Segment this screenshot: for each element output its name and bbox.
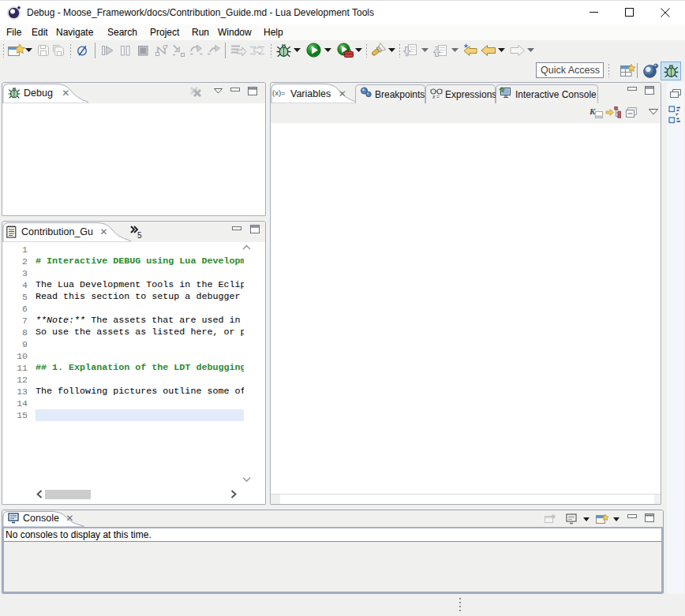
svg-text:K: K [589, 106, 596, 116]
svg-text:=: = [436, 94, 440, 99]
svg-text:x: x [432, 94, 436, 99]
svg-text:5: 5 [137, 231, 142, 240]
